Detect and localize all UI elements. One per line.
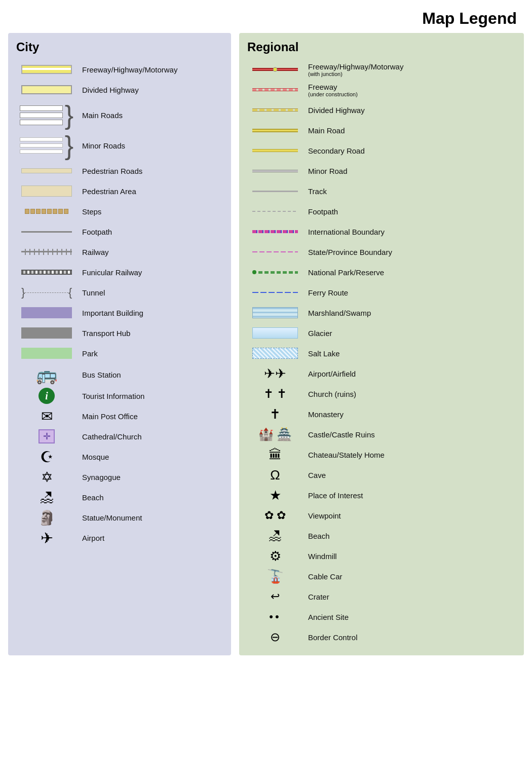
bus-station-symbol: 🚌 (16, 364, 77, 385)
r-marsh-symbol (247, 305, 303, 320)
bus-icon: 🚌 (36, 364, 57, 385)
list-item: ✿ ✿ Viewpoint (247, 506, 516, 525)
r-cave-symbol: Ω (247, 467, 303, 483)
beach-city-icon: 🏖 (40, 489, 54, 506)
list-item: Secondary Road (247, 141, 516, 160)
list-item: } } Tunnel (16, 283, 223, 302)
list-item: State/Province Boundary (247, 243, 516, 261)
r-freeway-uc-symbol (247, 82, 303, 97)
list-item: ↩ Crater (247, 587, 516, 606)
list-item: Important Building (16, 304, 223, 322)
divided-hwy-symbol (16, 85, 77, 94)
r-cave-label: Cave (303, 471, 326, 479)
r-place-symbol: ★ (247, 488, 303, 503)
r-castle-symbol: 🏰 🏯 (247, 427, 303, 442)
r-windmill-icon: ⚙ (270, 548, 281, 564)
r-secondary-road-symbol (247, 143, 303, 158)
airport-city-symbol: ✈ (16, 529, 77, 547)
pedestrian-roads-symbol (16, 168, 77, 173)
freeway-label: Freeway/Highway/Motorway (77, 65, 177, 74)
r-viewpoint-symbol: ✿ ✿ (247, 508, 303, 523)
list-item: Track (247, 182, 516, 200)
list-item: Salt Lake (247, 344, 516, 362)
r-divided-symbol (247, 102, 303, 118)
r-chateau-label: Chateau/Stately Home (303, 451, 385, 459)
mosque-icon: ☪ (40, 448, 54, 466)
r-glacier-symbol (247, 325, 303, 341)
list-item: Steps (16, 202, 223, 220)
pedestrian-area-symbol (16, 186, 77, 197)
r-intl-boundary-symbol (247, 224, 303, 239)
list-item: National Park/Reserve (247, 263, 516, 281)
beach-city-symbol: 🏖 (16, 489, 77, 506)
airport-city-label: Airport (77, 534, 104, 542)
statue-icon: 🗿 (38, 509, 56, 526)
railway-label: Railway (77, 248, 109, 256)
list-item: Ferry Route (247, 283, 516, 302)
list-item: 🚌 Bus Station (16, 364, 223, 385)
list-item: Pedestrian Area (16, 182, 223, 200)
list-item: 🏰 🏯 Castle/Castle Ruins (247, 425, 516, 443)
r-chateau-icon: 🏛 (269, 447, 282, 463)
park-label: Park (77, 349, 98, 358)
mosque-label: Mosque (77, 453, 109, 461)
r-intl-boundary-label: International Boundary (303, 228, 385, 236)
minor-roads-label: Minor Roads (77, 141, 125, 150)
list-item: Freeway/Highway/Motorway (16, 60, 223, 79)
list-item: ☪ Mosque (16, 448, 223, 466)
mosque-symbol: ☪ (16, 448, 77, 466)
r-airport-symbol: ✈✈ (247, 366, 303, 382)
list-item: ✝ Monastery (247, 405, 516, 423)
airport-city-icon: ✈ (41, 529, 53, 547)
r-state-boundary-label: State/Province Boundary (303, 248, 392, 256)
r-monastery-symbol: ✝ (247, 406, 303, 422)
divided-hwy-label: Divided Highway (77, 86, 139, 94)
r-beach-symbol: 🏖 (247, 528, 303, 544)
r-cable-car-icon: 🚡 (267, 569, 283, 584)
post-icon: ✉ (41, 408, 53, 425)
list-item: Glacier (247, 324, 516, 342)
r-place-label: Place of Interest (303, 491, 363, 500)
r-cable-car-symbol: 🚡 (247, 569, 303, 584)
list-item: i Tourist Information (16, 387, 223, 405)
railway-symbol (16, 249, 77, 255)
list-item: Freeway (under construction) (247, 81, 516, 99)
list-item: ✝ ✝ Church (ruins) (247, 385, 516, 403)
r-state-boundary-symbol (247, 244, 303, 260)
list-item: ✡ Synagogue (16, 468, 223, 486)
list-item: •• Ancient Site (247, 608, 516, 626)
synagogue-symbol: ✡ (16, 469, 77, 486)
r-church-symbol: ✝ ✝ (247, 386, 303, 401)
r-church-label: Church (ruins) (303, 390, 356, 398)
r-beach-label: Beach (303, 532, 330, 540)
list-item: Footpath (16, 223, 223, 241)
r-salt-lake-label: Salt Lake (303, 349, 340, 358)
r-viewpoint-icon: ✿ ✿ (264, 509, 286, 522)
minor-roads-symbol: } (16, 132, 77, 159)
r-crater-icon: ↩ (271, 590, 280, 603)
cathedral-label: Cathedral/Church (77, 432, 142, 441)
page-title: Map Legend (0, 0, 532, 33)
list-item: Ω Cave (247, 466, 516, 484)
r-ferry-route-symbol (247, 285, 303, 300)
list-item: 🚡 Cable Car (247, 567, 516, 585)
list-item: ⊖ Border Control (247, 628, 516, 646)
r-cave-icon: Ω (270, 467, 280, 483)
footpath-label: Footpath (77, 228, 112, 236)
cathedral-symbol: ✛ (16, 429, 77, 443)
bus-station-label: Bus Station (77, 371, 121, 379)
r-windmill-symbol: ⚙ (247, 548, 303, 564)
list-item: ★ Place of Interest (247, 486, 516, 504)
regional-panel: Regional Freeway/Highway/Motorway (with … (239, 33, 524, 655)
statue-symbol: 🗿 (16, 509, 77, 526)
list-item: } Main Roads (16, 101, 223, 129)
list-item: ✈✈ Airport/Airfield (247, 364, 516, 383)
r-beach-icon: 🏖 (269, 528, 282, 544)
steps-label: Steps (77, 207, 101, 216)
list-item: 🏖 Beach (247, 527, 516, 545)
r-cable-car-label: Cable Car (303, 572, 343, 581)
r-monastery-icon: ✝ (270, 406, 281, 422)
tunnel-symbol: } } (16, 287, 77, 298)
tourist-info-symbol: i (16, 388, 77, 404)
r-main-road-symbol (247, 123, 303, 138)
